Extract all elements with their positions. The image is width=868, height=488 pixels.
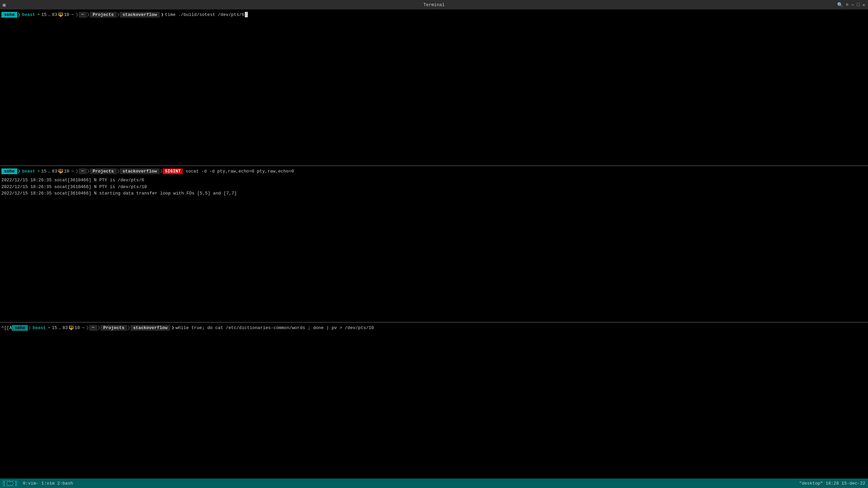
- path-tilde-2: ~: [79, 168, 87, 174]
- host-badge-1: beast: [21, 12, 37, 17]
- branch-icon-3: 🔱: [68, 325, 74, 330]
- git-num2-2: 83: [51, 169, 58, 174]
- command-3: while true; do cat /etc/dictionaries-com…: [176, 325, 374, 330]
- path-projects-1: Projects: [90, 12, 116, 18]
- git-num1-2: 15: [41, 169, 47, 174]
- close-icon[interactable]: ✕: [863, 2, 865, 8]
- status-right: "desktop" 18:28 15-dec-22: [799, 481, 865, 486]
- host-badge-3: beast: [31, 325, 47, 330]
- prompt-line-2[interactable]: sehe ❯ beast + 15 … 83 🔱 10 ~ ❯ ~ ❯ Proj…: [0, 166, 868, 176]
- command-1: time ./build/sotest /dev/pts/6: [165, 12, 244, 17]
- path-tilde-3: ~: [89, 325, 97, 331]
- minimize-icon[interactable]: —: [851, 2, 854, 7]
- terminal-icon: ▣: [3, 2, 5, 8]
- title-bar-left: ▣: [3, 2, 5, 8]
- ctrl-a-sequence: ^[[A: [1, 325, 12, 330]
- branch-icon-2: 🔱: [58, 168, 63, 174]
- git-num1-1: 15: [41, 12, 47, 17]
- vim-mode-badge: [so]: [3, 481, 17, 486]
- cursor-1: [245, 12, 248, 17]
- title-bar-controls: 🔍 ≡ — □ ✕: [837, 2, 865, 8]
- path-arrow-2b: ❯: [87, 168, 90, 175]
- git-icon-1: +: [37, 12, 41, 17]
- sigint-badge: SIGINT: [163, 168, 183, 174]
- path-arrow-2a: ❯: [75, 168, 79, 175]
- terminal-pane-1: sehe ❯ beast + 15 … 83 🔱 10 ~ ❯ ~ ❯ Proj…: [0, 9, 868, 165]
- path-arrow-3a: ❯: [86, 324, 89, 331]
- log-line-3: 2022/12/15 18:26:35 socat[3610466] N sta…: [1, 190, 867, 197]
- user-badge-3: sehe: [12, 325, 28, 331]
- prompt-dollar-3: ❯: [170, 325, 176, 330]
- path-arrow-2d: ❯: [160, 168, 163, 175]
- title-bar: ▣ Terminal 🔍 ≡ — □ ✕: [0, 0, 868, 9]
- arrow-2: ❯: [17, 168, 21, 175]
- prompt-line-1[interactable]: sehe ❯ beast + 15 … 83 🔱 10 ~ ❯ ~ ❯ Proj…: [0, 9, 868, 20]
- tab-list: 0:vim- 1:vim 2:bash: [23, 481, 73, 486]
- pane-3-content: [0, 333, 868, 334]
- git-dots-1: …: [47, 12, 51, 17]
- tilde-separator-1: ~: [70, 12, 75, 17]
- arrow-3: ❯: [28, 324, 31, 331]
- tilde-separator-2: ~: [70, 169, 75, 174]
- git-num3-2: 10: [63, 169, 70, 174]
- path-arrow-1b: ❯: [87, 11, 90, 18]
- git-icon-3: +: [47, 325, 51, 330]
- command-2: socat -d -d pty,raw,echo=0 pty,raw,echo=…: [185, 169, 294, 174]
- git-num3-1: 10: [63, 12, 70, 17]
- status-bar: [so] 0:vim- 1:vim 2:bash "desktop" 18:28…: [0, 479, 868, 488]
- path-stackoverflow-3: stackoverflow: [131, 325, 170, 331]
- git-icon-2: +: [37, 169, 41, 174]
- path-tilde-1: ~: [79, 12, 87, 18]
- path-arrow-1a: ❯: [75, 11, 79, 18]
- git-num3-3: 10: [74, 325, 81, 330]
- path-arrow-3c: ❯: [127, 324, 131, 331]
- user-badge-1: sehe: [1, 12, 17, 18]
- path-arrow-2c: ❯: [117, 168, 120, 175]
- prompt-line-3[interactable]: ^[[A sehe ❯ beast + 15 … 83 🔱 10 ~ ❯ ~ ❯…: [0, 323, 868, 333]
- branch-icon-1: 🔱: [58, 12, 63, 17]
- arrow-1: ❯: [17, 11, 21, 18]
- terminal-pane-3: ^[[A sehe ❯ beast + 15 … 83 🔱 10 ~ ❯ ~ ❯…: [0, 323, 868, 479]
- status-left: [so] 0:vim- 1:vim 2:bash: [3, 481, 73, 486]
- git-num2-3: 83: [62, 325, 68, 330]
- git-num2-1: 83: [51, 12, 58, 17]
- git-dots-2: …: [47, 169, 51, 174]
- path-arrow-1c: ❯: [117, 11, 120, 18]
- pane-2-content: 2022/12/15 18:26:35 socat[3610466] N PTY…: [0, 176, 868, 198]
- terminal-pane-2: sehe ❯ beast + 15 … 83 🔱 10 ~ ❯ ~ ❯ Proj…: [0, 166, 868, 322]
- path-projects-3: Projects: [100, 325, 127, 331]
- menu-icon[interactable]: ≡: [846, 2, 848, 7]
- tilde-separator-3: ~: [81, 325, 86, 330]
- path-arrow-3b: ❯: [97, 324, 101, 331]
- path-projects-2: Projects: [90, 168, 116, 174]
- log-line-2: 2022/12/15 18:26:35 socat[3610466] N PTY…: [1, 184, 867, 190]
- user-badge-2: sehe: [1, 168, 17, 174]
- host-badge-2: beast: [21, 169, 37, 174]
- pane-1-content: [0, 20, 868, 21]
- git-num1-3: 15: [51, 325, 58, 330]
- log-line-1: 2022/12/15 18:26:35 socat[3610466] N PTY…: [1, 177, 867, 184]
- maximize-icon[interactable]: □: [857, 2, 860, 7]
- prompt-dollar-1: ❯: [160, 12, 165, 17]
- search-icon[interactable]: 🔍: [837, 2, 843, 8]
- path-stackoverflow-2: stackoverflow: [120, 168, 159, 174]
- path-stackoverflow-1: stackoverflow: [120, 12, 159, 18]
- title-bar-title: Terminal: [423, 2, 445, 7]
- git-dots-3: …: [58, 325, 62, 330]
